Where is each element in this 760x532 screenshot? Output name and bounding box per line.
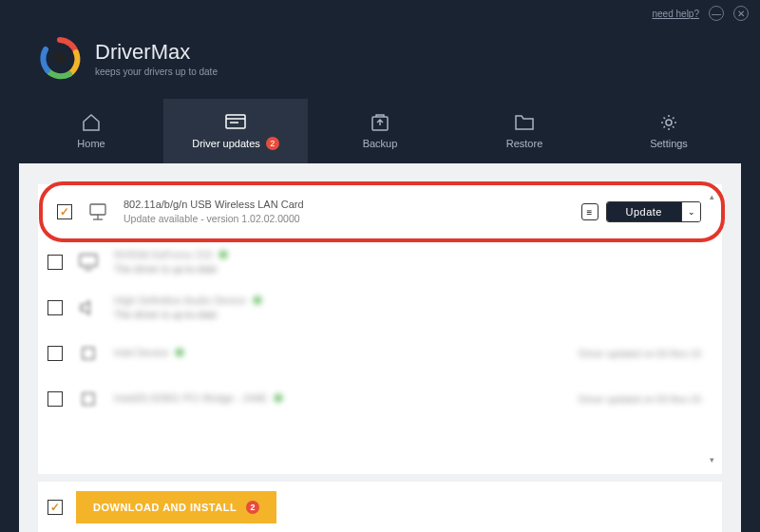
- restore-icon: [514, 113, 535, 132]
- driver-row[interactable]: High Definition Audio Device The driver …: [48, 285, 701, 331]
- driver-row-highlighted[interactable]: 802.11a/b/g/n USB Wireless LAN Card Upda…: [42, 184, 722, 239]
- download-install-button[interactable]: DOWNLOAD AND INSTALL 2: [76, 491, 276, 523]
- svg-point-0: [54, 52, 66, 64]
- svg-rect-12: [83, 393, 94, 405]
- driver-subtitle: Update available - version 1.02.02.0000: [124, 212, 568, 226]
- network-card-icon: [86, 200, 110, 224]
- download-label: DOWNLOAD AND INSTALL: [93, 502, 237, 513]
- driver-subtitle: The driver is up-to-date: [114, 308, 701, 322]
- driver-title: Intel Device: [114, 347, 168, 358]
- checkbox[interactable]: [48, 346, 63, 361]
- nav-label: Restore: [506, 138, 543, 149]
- driver-row[interactable]: Intel(R) 82801 PCI Bridge - 244E Driver …: [48, 376, 701, 422]
- checkbox[interactable]: [48, 391, 63, 407]
- monitor-icon: [76, 250, 101, 275]
- nav-label: Driver updates: [192, 138, 260, 149]
- nav-settings[interactable]: Settings: [597, 99, 741, 163]
- svg-rect-9: [80, 255, 97, 266]
- app-title: DriverMax: [95, 40, 218, 65]
- updates-icon: [225, 112, 246, 131]
- checkbox[interactable]: [48, 255, 63, 270]
- update-dropdown[interactable]: ⌄: [681, 202, 700, 221]
- minimize-button[interactable]: —: [709, 6, 724, 21]
- driver-right-text: Driver updated on 03-Nov-16: [579, 394, 701, 405]
- nav: Home Driver updates2 Backup Restore Sett…: [0, 99, 760, 163]
- chip-icon: [76, 341, 101, 366]
- header: DriverMax keeps your drivers up to date: [0, 27, 760, 99]
- nav-home[interactable]: Home: [19, 99, 163, 163]
- help-link[interactable]: need help?: [653, 9, 700, 19]
- updates-badge: 2: [266, 137, 279, 150]
- driver-subtitle: The driver is up-to-date: [114, 262, 701, 276]
- backup-icon: [370, 113, 390, 132]
- select-all-checkbox[interactable]: [48, 500, 63, 515]
- nav-label: Backup: [363, 138, 398, 149]
- chip-icon: [76, 387, 101, 411]
- app-logo: [38, 36, 82, 80]
- nav-restore[interactable]: Restore: [452, 99, 597, 163]
- driver-title: Intel(R) 82801 PCI Bridge - 244E: [114, 392, 267, 404]
- svg-rect-6: [90, 204, 105, 215]
- nav-label: Settings: [650, 138, 688, 149]
- audio-icon: [76, 295, 101, 320]
- home-icon: [81, 113, 102, 132]
- status-dot: [176, 349, 183, 356]
- content-panel: ▴ ▾ 802.11a/b/g/n USB Wireless LAN Card …: [19, 163, 741, 513]
- gear-icon: [658, 113, 679, 132]
- nav-label: Home: [77, 138, 104, 149]
- checkbox[interactable]: [57, 204, 72, 219]
- nav-driver-updates[interactable]: Driver updates2: [163, 99, 308, 163]
- checkbox[interactable]: [48, 300, 63, 315]
- app-tagline: keeps your drivers up to date: [95, 66, 218, 77]
- driver-title: NVIDIA GeForce 210: [114, 249, 212, 260]
- svg-rect-1: [226, 115, 245, 128]
- update-button-label: Update: [607, 202, 681, 221]
- close-button[interactable]: ✕: [733, 6, 749, 21]
- download-badge: 2: [246, 501, 259, 514]
- svg-rect-11: [83, 348, 94, 359]
- status-dot: [275, 394, 282, 402]
- scroll-up-icon[interactable]: ▴: [707, 192, 716, 203]
- status-dot: [219, 251, 227, 258]
- driver-row[interactable]: NVIDIA GeForce 210 The driver is up-to-d…: [48, 239, 701, 285]
- scrollbar[interactable]: ▴ ▾: [707, 192, 716, 466]
- status-dot: [254, 296, 261, 304]
- nav-backup[interactable]: Backup: [308, 99, 452, 163]
- scroll-down-icon[interactable]: ▾: [707, 455, 716, 466]
- svg-point-5: [666, 120, 672, 125]
- bottom-bar: DOWNLOAD AND INSTALL 2: [38, 482, 722, 532]
- notes-icon[interactable]: ≡: [581, 203, 598, 220]
- driver-list: ▴ ▾ 802.11a/b/g/n USB Wireless LAN Card …: [38, 184, 722, 474]
- driver-right-text: Driver updated on 03-Nov-16: [579, 349, 701, 359]
- update-button[interactable]: Update ⌄: [606, 201, 701, 222]
- driver-row[interactable]: Intel Device Driver updated on 03-Nov-16: [48, 331, 701, 376]
- driver-title: 802.11a/b/g/n USB Wireless LAN Card: [124, 198, 568, 212]
- driver-title: High Definition Audio Device: [114, 294, 246, 306]
